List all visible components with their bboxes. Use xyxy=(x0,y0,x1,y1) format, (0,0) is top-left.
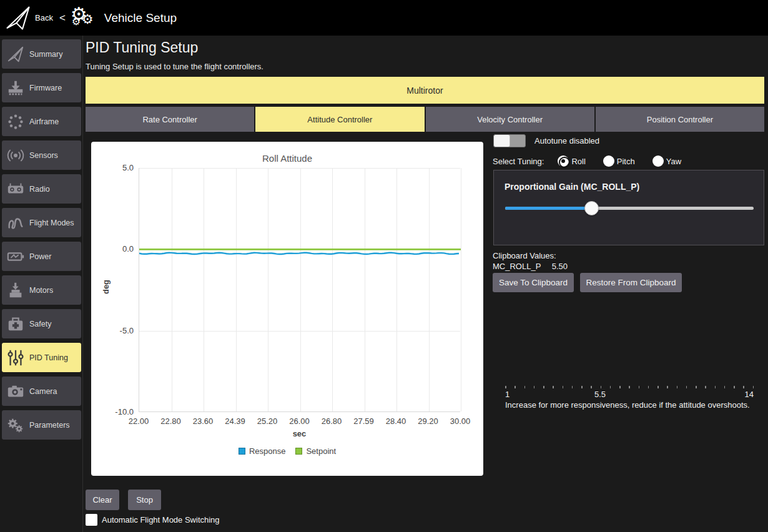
airframe-icon xyxy=(6,112,25,131)
sidebar-item-power[interactable]: Power xyxy=(2,242,81,271)
slider-tick xyxy=(734,386,735,388)
y-tick-label: -10.0 xyxy=(95,407,134,416)
sidebar-item-firmware[interactable]: Firmware xyxy=(2,73,81,102)
radio-pitch[interactable]: Pitch xyxy=(603,155,635,167)
slider-tick xyxy=(591,386,592,388)
sidebar-item-pid-tuning[interactable]: PID Tuning xyxy=(2,343,81,372)
automatic-flight-mode-checkbox[interactable] xyxy=(86,514,97,526)
y-tick-label: 0.0 xyxy=(95,244,134,254)
slider-tick xyxy=(696,386,697,388)
slider-tick xyxy=(667,386,668,388)
page-title: PID Tuning Setup xyxy=(86,39,198,56)
setpoint-swatch xyxy=(295,448,302,455)
slider-tick xyxy=(553,386,554,388)
gears-icon xyxy=(6,416,25,435)
slider-tick xyxy=(619,386,621,388)
back-button[interactable]: Back xyxy=(35,13,53,22)
sidebar-item-radio[interactable]: Radio xyxy=(2,174,81,204)
auto-flight-mode-row: Automatic Flight Mode Switching xyxy=(86,514,220,526)
restore-from-clipboard-button[interactable]: Restore From Clipboard xyxy=(580,273,682,292)
slider-tick xyxy=(639,386,640,388)
slider-tick xyxy=(677,386,678,388)
x-axis-title: sec xyxy=(139,429,460,438)
gain-title: Proportional Gain (MC_ROLL_P) xyxy=(505,182,639,192)
slider-min-label: 1 xyxy=(505,390,510,399)
vehicle-setup-gears-icon: ⚙⚙⚙ xyxy=(71,4,98,32)
radio-icon xyxy=(6,180,25,199)
slider-value-label: 5.5 xyxy=(581,390,619,399)
first-aid-icon xyxy=(6,315,25,333)
roll-attitude-chart: Roll Attitude deg 5.00.0-5.0-10.0 22.002… xyxy=(91,142,483,476)
autotune-label: Autotune disabled xyxy=(534,136,599,145)
slider-tick xyxy=(715,386,716,388)
legend-item-setpoint: Setpoint xyxy=(295,446,336,456)
tab-position-controller[interactable]: Position Controller xyxy=(596,107,764,132)
chart-title: Roll Attitude xyxy=(91,153,483,164)
stop-button[interactable]: Stop xyxy=(128,490,161,510)
tab-attitude-controller[interactable]: Attitude Controller xyxy=(255,107,424,132)
clear-button[interactable]: Clear xyxy=(86,490,119,510)
slider-tick xyxy=(648,386,649,388)
sidebar-item-flight-modes[interactable]: Flight Modes xyxy=(2,208,81,237)
tab-velocity-controller[interactable]: Velocity Controller xyxy=(426,107,594,132)
legend-item-response: Response xyxy=(239,446,286,456)
header-title: Vehicle Setup xyxy=(104,11,177,25)
motor-icon xyxy=(6,281,25,300)
slider-tick xyxy=(524,386,526,388)
tab-rate-controller[interactable]: Rate Controller xyxy=(86,107,254,132)
pitch-radio-button[interactable] xyxy=(603,155,614,167)
plot-area xyxy=(139,168,460,412)
sidebar-item-camera[interactable]: Camera xyxy=(2,377,81,406)
slider-fill xyxy=(505,207,591,210)
controller-tab-bar: Rate Controller Attitude Controller Velo… xyxy=(86,107,764,132)
sidebar-item-summary[interactable]: Summary xyxy=(2,39,81,69)
y-tick-label: 5.0 xyxy=(95,163,134,172)
yaw-radio-button[interactable] xyxy=(652,155,664,167)
slider-tick xyxy=(743,386,744,388)
top-toolbar: Back < ⚙⚙⚙ Vehicle Setup xyxy=(0,0,768,36)
select-tuning-label: Select Tuning: xyxy=(493,157,544,166)
series-lines xyxy=(139,168,461,412)
y-tick-label: -5.0 xyxy=(95,326,134,335)
clipboard-param: MC_ROLL_P xyxy=(493,262,541,271)
page-subtitle: Tuning Setup is used to tune the flight … xyxy=(86,62,263,71)
x-tick-label: 30.00 xyxy=(441,416,479,426)
clipboard-param-value: 5.50 xyxy=(552,262,568,271)
slider-tick xyxy=(505,386,506,388)
proportional-gain-panel: Proportional Gain (MC_ROLL_P) 1 5.5 14 I… xyxy=(493,170,764,245)
slider-tick xyxy=(686,386,687,388)
slider-tick xyxy=(534,386,535,388)
slider-tick xyxy=(572,386,573,388)
slider-thumb[interactable] xyxy=(584,201,599,215)
battery-icon xyxy=(6,247,25,266)
save-to-clipboard-button[interactable]: Save To Clipboard xyxy=(493,273,574,292)
plane-icon xyxy=(6,45,25,64)
y-axis-title: deg xyxy=(101,280,111,294)
vehicle-class-banner: Multirotor xyxy=(86,77,764,104)
vertical-gridline xyxy=(461,168,461,411)
clipboard-value-row: MC_ROLL_P 5.50 xyxy=(493,262,568,271)
sidebar-item-motors[interactable]: Motors xyxy=(2,275,81,305)
response-swatch xyxy=(239,448,245,455)
clipboard-heading: Clipboard Values: xyxy=(493,251,556,260)
slider-tick xyxy=(753,386,754,388)
slider-tick xyxy=(543,386,544,388)
sidebar-item-airframe[interactable]: Airframe xyxy=(2,107,81,136)
slider-tick xyxy=(610,386,611,388)
setup-sidebar: Summary Firmware A xyxy=(2,39,81,440)
radio-yaw[interactable]: Yaw xyxy=(652,155,681,167)
roll-radio-button[interactable] xyxy=(558,155,569,167)
sidebar-item-safety[interactable]: Safety xyxy=(2,309,81,338)
autotune-toggle[interactable] xyxy=(493,134,526,147)
sensors-icon xyxy=(6,146,25,165)
slider-tick xyxy=(705,386,706,388)
sidebar-divider xyxy=(82,36,83,532)
sidebar-item-parameters[interactable]: Parameters xyxy=(2,410,81,440)
slider-tick xyxy=(629,386,630,388)
chart-legend: Response Setpoint xyxy=(91,446,483,456)
breadcrumb-chevron: < xyxy=(59,12,66,24)
toggle-handle[interactable] xyxy=(494,135,510,147)
sidebar-item-sensors[interactable]: Sensors xyxy=(2,140,81,170)
radio-roll[interactable]: Roll xyxy=(558,155,585,167)
gain-slider[interactable] xyxy=(505,204,754,214)
